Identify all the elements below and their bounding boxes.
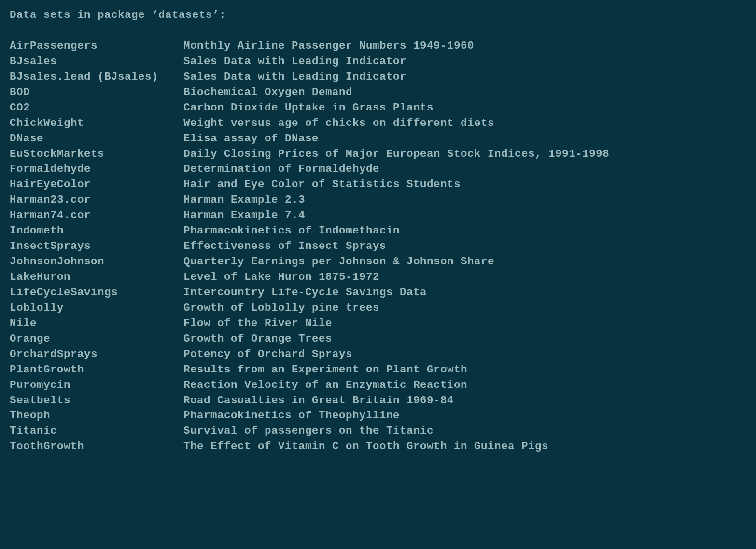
dataset-row: BJsales.lead (BJsales)Sales Data with Le… bbox=[10, 69, 746, 85]
dataset-description: Flow of the River Nile bbox=[183, 316, 746, 331]
dataset-row: HairEyeColorHair and Eye Color of Statis… bbox=[10, 177, 746, 192]
dataset-name: PlantGrowth bbox=[10, 362, 183, 378]
dataset-description: Road Casualties in Great Britain 1969-84 bbox=[183, 393, 746, 409]
dataset-row: PuromycinReaction Velocity of an Enzymat… bbox=[10, 378, 746, 393]
dataset-name: Harman23.cor bbox=[10, 192, 183, 208]
dataset-description: Biochemical Oxygen Demand bbox=[183, 85, 746, 100]
dataset-row: OrchardSpraysPotency of Orchard Sprays bbox=[10, 347, 746, 362]
dataset-row: Harman74.corHarman Example 7.4 bbox=[10, 208, 746, 223]
dataset-name: LifeCycleSavings bbox=[10, 285, 183, 301]
dataset-row: OrangeGrowth of Orange Trees bbox=[10, 331, 746, 347]
dataset-row: LifeCycleSavingsIntercountry Life-Cycle … bbox=[10, 285, 746, 301]
dataset-description: The Effect of Vitamin C on Tooth Growth … bbox=[183, 439, 746, 454]
dataset-row: ChickWeightWeight versus age of chicks o… bbox=[10, 116, 746, 131]
dataset-description: Determination of Formaldehyde bbox=[183, 162, 746, 177]
dataset-description: Harman Example 7.4 bbox=[183, 208, 746, 223]
dataset-description: Intercountry Life-Cycle Savings Data bbox=[183, 285, 746, 301]
dataset-name: Loblolly bbox=[10, 301, 183, 316]
dataset-description: Effectiveness of Insect Sprays bbox=[183, 239, 746, 254]
dataset-description: Pharmacokinetics of Theophylline bbox=[183, 408, 746, 424]
dataset-row: IndomethPharmacokinetics of Indomethacin bbox=[10, 223, 746, 239]
dataset-row: EuStockMarketsDaily Closing Prices of Ma… bbox=[10, 147, 746, 162]
dataset-description: Reaction Velocity of an Enzymatic Reacti… bbox=[183, 378, 746, 393]
dataset-name: Titanic bbox=[10, 424, 183, 439]
dataset-description: Level of Lake Huron 1875-1972 bbox=[183, 270, 746, 285]
dataset-name: ChickWeight bbox=[10, 116, 183, 131]
dataset-name: Orange bbox=[10, 331, 183, 347]
dataset-name: DNase bbox=[10, 131, 183, 147]
dataset-name: ToothGrowth bbox=[10, 439, 183, 454]
dataset-name: JohnsonJohnson bbox=[10, 254, 183, 270]
dataset-name: Nile bbox=[10, 316, 183, 331]
dataset-description: Harman Example 2.3 bbox=[183, 192, 746, 208]
dataset-row: LakeHuronLevel of Lake Huron 1875-1972 bbox=[10, 270, 746, 285]
datasets-header: Data sets in package ‘datasets’: bbox=[10, 8, 746, 23]
dataset-name: EuStockMarkets bbox=[10, 147, 183, 162]
dataset-row: BJsalesSales Data with Leading Indicator bbox=[10, 54, 746, 69]
dataset-row: TheophPharmacokinetics of Theophylline bbox=[10, 408, 746, 424]
dataset-name: Formaldehyde bbox=[10, 162, 183, 177]
dataset-name: BJsales bbox=[10, 54, 183, 69]
dataset-row: JohnsonJohnsonQuarterly Earnings per Joh… bbox=[10, 254, 746, 270]
dataset-name: Indometh bbox=[10, 223, 183, 239]
dataset-row: InsectSpraysEffectiveness of Insect Spra… bbox=[10, 239, 746, 254]
dataset-name: Seatbelts bbox=[10, 393, 183, 409]
dataset-name: CO2 bbox=[10, 100, 183, 116]
dataset-row: NileFlow of the River Nile bbox=[10, 316, 746, 331]
dataset-description: Quarterly Earnings per Johnson & Johnson… bbox=[183, 254, 746, 270]
dataset-row: PlantGrowthResults from an Experiment on… bbox=[10, 362, 746, 378]
dataset-name: AirPassengers bbox=[10, 39, 183, 54]
dataset-row: CO2Carbon Dioxide Uptake in Grass Plants bbox=[10, 100, 746, 116]
dataset-description: Sales Data with Leading Indicator bbox=[183, 69, 746, 85]
dataset-row: FormaldehydeDetermination of Formaldehyd… bbox=[10, 162, 746, 177]
dataset-row: AirPassengersMonthly Airline Passenger N… bbox=[10, 39, 746, 54]
dataset-name: LakeHuron bbox=[10, 270, 183, 285]
dataset-name: BJsales.lead (BJsales) bbox=[10, 69, 183, 85]
dataset-description: Weight versus age of chicks on different… bbox=[183, 116, 746, 131]
dataset-description: Growth of Loblolly pine trees bbox=[183, 301, 746, 316]
dataset-description: Sales Data with Leading Indicator bbox=[183, 54, 746, 69]
dataset-name: OrchardSprays bbox=[10, 347, 183, 362]
dataset-name: Harman74.cor bbox=[10, 208, 183, 223]
dataset-description: Growth of Orange Trees bbox=[183, 331, 746, 347]
dataset-description: Elisa assay of DNase bbox=[183, 131, 746, 147]
dataset-name: InsectSprays bbox=[10, 239, 183, 254]
dataset-description: Survival of passengers on the Titanic bbox=[183, 424, 746, 439]
dataset-description: Results from an Experiment on Plant Grow… bbox=[183, 362, 746, 378]
dataset-name: BOD bbox=[10, 85, 183, 100]
dataset-row: DNaseElisa assay of DNase bbox=[10, 131, 746, 147]
dataset-description: Daily Closing Prices of Major European S… bbox=[183, 147, 746, 162]
dataset-row: BODBiochemical Oxygen Demand bbox=[10, 85, 746, 100]
dataset-description: Hair and Eye Color of Statistics Student… bbox=[183, 177, 746, 192]
dataset-description: Pharmacokinetics of Indomethacin bbox=[183, 223, 746, 239]
dataset-row: Harman23.corHarman Example 2.3 bbox=[10, 192, 746, 208]
dataset-row: LoblollyGrowth of Loblolly pine trees bbox=[10, 301, 746, 316]
dataset-row: SeatbeltsRoad Casualties in Great Britai… bbox=[10, 393, 746, 409]
dataset-row: TitanicSurvival of passengers on the Tit… bbox=[10, 424, 746, 439]
dataset-name: HairEyeColor bbox=[10, 177, 183, 192]
dataset-name: Puromycin bbox=[10, 378, 183, 393]
dataset-name: Theoph bbox=[10, 408, 183, 424]
dataset-row: ToothGrowthThe Effect of Vitamin C on To… bbox=[10, 439, 746, 454]
dataset-description: Monthly Airline Passenger Numbers 1949-1… bbox=[183, 39, 746, 54]
dataset-list: AirPassengersMonthly Airline Passenger N… bbox=[10, 39, 746, 454]
dataset-description: Potency of Orchard Sprays bbox=[183, 347, 746, 362]
dataset-description: Carbon Dioxide Uptake in Grass Plants bbox=[183, 100, 746, 116]
